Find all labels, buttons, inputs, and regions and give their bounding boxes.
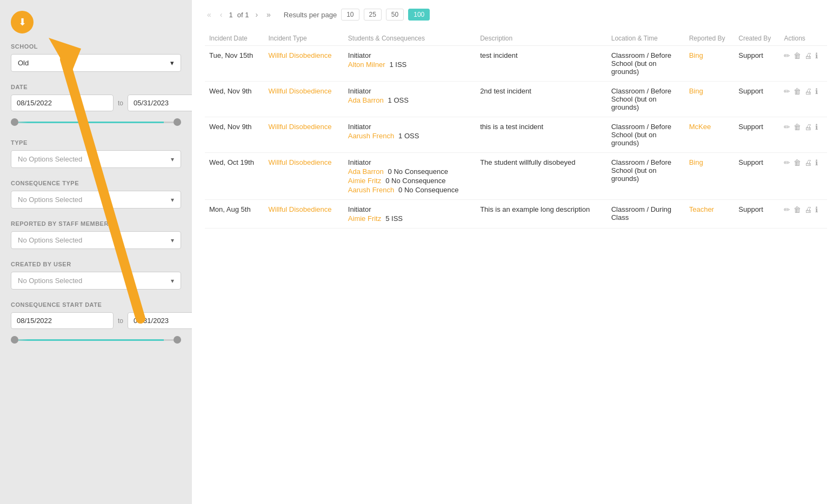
download-icon: ⬇ — [18, 16, 26, 28]
consequence-end-input[interactable] — [128, 312, 192, 329]
students-cell: InitiatorAarush French1 OSS — [344, 117, 476, 153]
consequence-start-input[interactable] — [11, 312, 114, 329]
created-by-cell: Support — [734, 82, 779, 117]
date-filter-section: DATE to — [11, 84, 181, 127]
per-page-25[interactable]: 25 — [364, 9, 382, 21]
incident-type-link[interactable]: Willful Disobedience — [268, 51, 331, 59]
consequence-range-thumb-right[interactable] — [174, 336, 181, 344]
date-start-input[interactable] — [11, 95, 114, 111]
last-page-button[interactable]: » — [264, 9, 273, 20]
print-icon[interactable]: 🖨 — [804, 51, 812, 60]
incident-type-link[interactable]: Willful Disobedience — [268, 123, 331, 131]
table-row: Wed, Oct 19thWillful DisobedienceInitiat… — [205, 153, 827, 200]
print-icon[interactable]: 🖨 — [804, 123, 812, 131]
info-icon[interactable]: ℹ — [815, 123, 818, 131]
consequence-range-slider[interactable] — [11, 334, 181, 345]
reported-by-link[interactable]: McKee — [689, 123, 711, 131]
school-select[interactable]: Old ▾ — [11, 54, 181, 72]
delete-icon[interactable]: 🗑 — [794, 51, 801, 60]
reported-by-cell: McKee — [685, 117, 735, 153]
edit-icon[interactable]: ✏ — [784, 205, 790, 214]
student-name-link[interactable]: Alton Milner — [348, 61, 385, 69]
consequence-start-label: CONSEQUENCE START DATE — [11, 301, 181, 308]
col-incident-date: Incident Date — [205, 31, 264, 46]
col-reported-by: Reported By — [685, 31, 735, 46]
student-name-link[interactable]: Aarush French — [348, 132, 394, 140]
location-cell: Classroom / Before School (but on ground… — [607, 82, 685, 117]
actions-cell: ✏ 🗑 🖨 ℹ — [779, 153, 827, 200]
edit-icon[interactable]: ✏ — [784, 123, 790, 131]
delete-icon[interactable]: 🗑 — [794, 123, 801, 131]
consequence-range-thumb-left[interactable] — [11, 336, 18, 344]
students-cell: InitiatorAda Barron1 OSS — [344, 82, 476, 117]
reported-by-link[interactable]: Teacher — [689, 205, 714, 213]
consequence-type-filter-section: CONSEQUENCE TYPE No Options Selected ▾ — [11, 180, 181, 209]
location-cell: Classroom / Before School (but on ground… — [607, 153, 685, 200]
prev-page-button[interactable]: ‹ — [218, 9, 225, 20]
reported-by-link[interactable]: Bing — [689, 87, 703, 95]
incident-date-cell: Wed, Nov 9th — [205, 117, 264, 153]
actions-cell: ✏ 🗑 🖨 ℹ — [779, 117, 827, 153]
type-label: TYPE — [11, 139, 181, 146]
incident-date-cell: Mon, Aug 5th — [205, 200, 264, 229]
info-icon[interactable]: ℹ — [815, 158, 818, 167]
description-cell: This is an example long description — [476, 200, 607, 229]
info-icon[interactable]: ℹ — [815, 51, 818, 60]
reported-by-link[interactable]: Bing — [689, 158, 703, 166]
student-name-link[interactable]: Aimie Fritz — [348, 214, 381, 223]
incident-type-cell: Willful Disobedience — [264, 46, 343, 82]
incident-date-cell: Tue, Nov 15th — [205, 46, 264, 82]
date-range-track — [11, 122, 181, 123]
next-page-button[interactable]: › — [253, 9, 260, 20]
edit-icon[interactable]: ✏ — [784, 158, 790, 167]
date-range-slider[interactable] — [11, 117, 181, 127]
student-role: Initiator — [348, 158, 471, 166]
consequence-type-select[interactable]: No Options Selected ▾ — [11, 191, 181, 209]
created-by-cell: Support — [734, 200, 779, 229]
delete-icon[interactable]: 🗑 — [794, 87, 801, 96]
date-to-label: to — [118, 99, 123, 107]
edit-icon[interactable]: ✏ — [784, 51, 790, 60]
print-icon[interactable]: 🖨 — [804, 205, 812, 214]
reported-by-link[interactable]: Bing — [689, 51, 703, 59]
delete-icon[interactable]: 🗑 — [794, 205, 801, 214]
print-icon[interactable]: 🖨 — [804, 87, 812, 96]
student-name-link[interactable]: Ada Barron — [348, 167, 384, 176]
info-icon[interactable]: ℹ — [815, 87, 818, 96]
incident-type-link[interactable]: Willful Disobedience — [268, 87, 331, 95]
students-cell: InitiatorAimie Fritz5 ISS — [344, 200, 476, 229]
student-name-link[interactable]: Ada Barron — [348, 96, 384, 104]
action-icons-group: ✏ 🗑 🖨 ℹ — [784, 158, 823, 167]
created-by-select[interactable]: No Options Selected ▾ — [11, 272, 181, 290]
actions-cell: ✏ 🗑 🖨 ℹ — [779, 82, 827, 117]
student-name-link[interactable]: Aimie Fritz — [348, 177, 381, 185]
first-page-button[interactable]: « — [205, 9, 214, 20]
type-select[interactable]: No Options Selected ▾ — [11, 150, 181, 168]
date-range-thumb-right[interactable] — [174, 118, 181, 126]
student-name-link[interactable]: Aarush French — [348, 186, 394, 194]
table-row: Wed, Nov 9thWillful DisobedienceInitiato… — [205, 82, 827, 117]
table-row: Mon, Aug 5thWillful DisobedienceInitiato… — [205, 200, 827, 229]
per-page-100[interactable]: 100 — [408, 9, 430, 21]
location-cell: Classroom / Before School (but on ground… — [607, 46, 685, 82]
edit-icon[interactable]: ✏ — [784, 87, 790, 96]
student-role: Initiator — [348, 205, 471, 213]
info-icon[interactable]: ℹ — [815, 205, 818, 214]
main-content: « ‹ 1 of 1 › » Results per page 10 25 50… — [192, 0, 840, 504]
per-page-50[interactable]: 50 — [386, 9, 404, 21]
incident-type-link[interactable]: Willful Disobedience — [268, 158, 331, 166]
student-consequence: 0 No Consequence — [398, 186, 458, 194]
reported-by-label: REPORTED BY STAFF MEMBER — [11, 220, 181, 227]
print-icon[interactable]: 🖨 — [804, 158, 812, 167]
incident-type-link[interactable]: Willful Disobedience — [268, 205, 331, 213]
date-end-input[interactable] — [128, 95, 192, 111]
date-range-thumb-left[interactable] — [11, 118, 18, 126]
delete-icon[interactable]: 🗑 — [794, 158, 801, 167]
download-button[interactable]: ⬇ — [11, 11, 34, 33]
per-page-10[interactable]: 10 — [341, 9, 359, 21]
incident-type-cell: Willful Disobedience — [264, 153, 343, 200]
incident-type-cell: Willful Disobedience — [264, 200, 343, 229]
consequence-date-range-inputs: to — [11, 312, 181, 329]
reported-by-select[interactable]: No Options Selected ▾ — [11, 231, 181, 249]
location-cell: Classroom / During Class — [607, 200, 685, 229]
